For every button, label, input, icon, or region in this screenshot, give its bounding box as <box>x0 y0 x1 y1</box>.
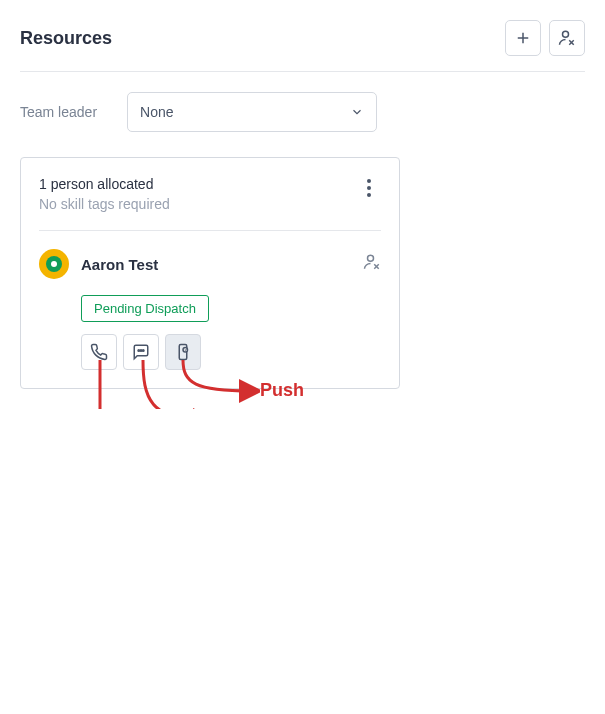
allocation-summary: 1 person allocated No skill tags require… <box>39 176 170 212</box>
allocated-count: 1 person allocated <box>39 176 170 192</box>
resources-header: Resources <box>20 20 585 72</box>
more-menu-button[interactable] <box>357 176 381 200</box>
device-push-icon <box>174 343 192 361</box>
message-icon <box>132 343 150 361</box>
card-header: 1 person allocated No skill tags require… <box>39 176 381 231</box>
allocation-card: 1 person allocated No skill tags require… <box>20 157 400 389</box>
sms-button[interactable] <box>123 334 159 370</box>
phone-icon <box>90 343 108 361</box>
svg-point-8 <box>138 350 140 352</box>
header-actions <box>505 20 585 56</box>
remove-person-inline-button[interactable] <box>363 253 381 275</box>
team-leader-select[interactable]: None <box>127 92 377 132</box>
contact-actions <box>81 334 381 370</box>
remove-person-button[interactable] <box>549 20 585 56</box>
dot-icon <box>367 186 371 190</box>
add-button[interactable] <box>505 20 541 56</box>
person-x-icon <box>363 253 381 271</box>
plus-icon <box>514 29 532 47</box>
person-row: Aaron Test <box>39 249 381 279</box>
team-leader-label: Team leader <box>20 104 97 120</box>
page-title: Resources <box>20 28 112 49</box>
svg-point-2 <box>563 31 569 37</box>
svg-point-9 <box>140 350 142 352</box>
svg-point-10 <box>143 350 145 352</box>
push-button[interactable] <box>165 334 201 370</box>
status-badge: Pending Dispatch <box>81 295 209 322</box>
person-name: Aaron Test <box>81 256 158 273</box>
person-info: Aaron Test <box>39 249 158 279</box>
person-x-icon <box>558 29 576 47</box>
svg-point-5 <box>368 255 374 261</box>
dot-icon <box>367 193 371 197</box>
phone-button[interactable] <box>81 334 117 370</box>
avatar <box>39 249 69 279</box>
dot-icon <box>367 179 371 183</box>
team-leader-row: Team leader None <box>20 92 585 132</box>
team-leader-value: None <box>140 104 173 120</box>
skill-tags-text: No skill tags required <box>39 196 170 212</box>
chevron-down-icon <box>350 105 364 119</box>
